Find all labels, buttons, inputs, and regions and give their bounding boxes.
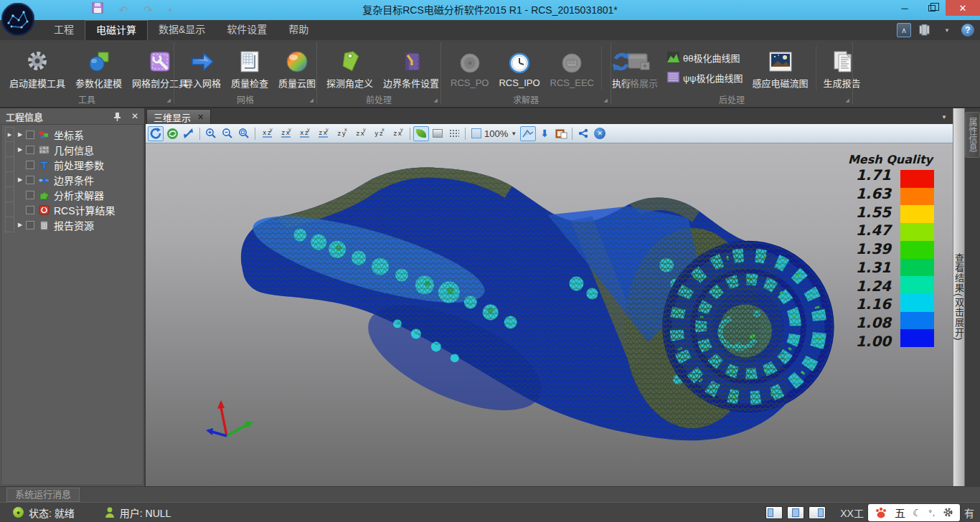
axis-view-top-button[interactable]: xzy xyxy=(333,126,351,141)
zoom-level-dropdown-icon: ▼ xyxy=(511,130,517,137)
button-label: 参数化建模 xyxy=(75,76,122,90)
panel-close-icon[interactable]: ✕ xyxy=(131,111,138,121)
pan-zoom-arrow-button[interactable] xyxy=(181,126,197,141)
parametric-modeling-button[interactable]: 参数化建模 xyxy=(70,47,127,90)
help-button[interactable]: ? xyxy=(961,24,974,37)
tab-list-dropdown[interactable]: ▼ xyxy=(941,114,947,120)
save-image-button[interactable]: ⬇ xyxy=(537,126,552,141)
expand-caret-icon[interactable]: ▶ xyxy=(14,146,26,153)
tree-checkbox[interactable] xyxy=(26,191,34,199)
app-logo[interactable] xyxy=(1,3,34,36)
button-label: 质量云图 xyxy=(278,76,316,90)
solver-rcs-po-button[interactable]: RCS_PO xyxy=(446,48,494,88)
view-results-collapsed-bar[interactable]: 查看结果(双击展开) xyxy=(953,108,965,486)
tree-checkbox[interactable] xyxy=(26,130,34,139)
zoom-level-select[interactable]: 100% ▼ xyxy=(468,128,519,139)
pin-icon[interactable] xyxy=(113,112,121,121)
import-mesh-button[interactable]: 导入网格 xyxy=(179,47,226,90)
psi-psi-curve-button[interactable]: ψψ极化曲线图 xyxy=(667,71,743,85)
copy-view-button[interactable] xyxy=(553,126,569,141)
fit-view-button[interactable] xyxy=(520,126,536,141)
solver-rcs-eec-button[interactable]: RCS_EEC xyxy=(545,48,599,88)
axis-view-right-button[interactable]: yzx xyxy=(314,126,332,141)
layout-split-pane-button[interactable] xyxy=(787,506,804,519)
ime-punctuation-icon[interactable]: °, xyxy=(929,508,936,517)
menu-tab-data-display[interactable]: 数据&显示 xyxy=(148,20,216,40)
tree-checkbox[interactable] xyxy=(26,146,34,154)
expand-caret-icon[interactable]: ▶ xyxy=(14,176,26,183)
window-style-button[interactable] xyxy=(918,23,933,37)
smooth-shading-button[interactable] xyxy=(413,126,429,141)
tree-checkbox[interactable] xyxy=(26,221,34,229)
zoom-window-button[interactable] xyxy=(236,126,252,141)
gray-mesh-icon xyxy=(38,144,50,156)
quality-check-button[interactable]: 质量检查 xyxy=(226,47,273,90)
boundary-condition-settings-button[interactable]: 边界条件设置 xyxy=(378,47,444,90)
tree-item-geometry-info[interactable]: ▶ 几何信息 xyxy=(1,142,143,157)
solver-rcs-ipo-button[interactable]: RCS_IPO xyxy=(494,48,545,88)
menu-tab-help[interactable]: 帮助 xyxy=(278,20,319,40)
expand-caret-icon[interactable]: ▶ xyxy=(14,222,26,228)
project-info-panel: 工程信息 ✕ ▶ ▶ 坐标系 ▶ 几何信息 xyxy=(0,108,146,486)
ime-mode-label[interactable]: 五 xyxy=(895,505,905,520)
tree-item-coordinate-system[interactable]: ▶ ▶ 坐标系 xyxy=(1,127,143,142)
tab-close-icon[interactable]: ✕ xyxy=(197,113,204,122)
flat-shading-button[interactable] xyxy=(430,126,446,141)
restore-button[interactable] xyxy=(918,0,946,16)
3d-viewport[interactable]: Mesh Quality 1.711.63 1.551.47 1.391.31 … xyxy=(146,143,953,486)
orbit-view-button[interactable] xyxy=(164,126,180,141)
group-expand-icon[interactable]: ◢ xyxy=(846,95,849,105)
wireframe-button[interactable] xyxy=(446,126,462,141)
window-style-dropdown[interactable]: ▼ xyxy=(940,23,954,37)
close-all-views-button[interactable]: ✕ xyxy=(592,126,608,141)
blue-T-icon xyxy=(38,159,50,171)
theta-theta-curve-button[interactable]: θθ极化曲线图 xyxy=(667,51,743,65)
zoom-out-button[interactable] xyxy=(220,126,235,141)
tree-item-report-resources[interactable]: ▶ 报告资源 xyxy=(1,217,143,232)
ime-settings-gear-icon[interactable] xyxy=(943,507,953,518)
axis-view-bottom-button[interactable]: yzx xyxy=(352,126,369,141)
share-view-button[interactable] xyxy=(575,126,591,141)
tree-item-boundary-conditions[interactable]: ▶ 边界条件 xyxy=(1,172,143,187)
group-expand-icon[interactable]: ◢ xyxy=(167,95,171,105)
tree-checkbox[interactable] xyxy=(26,206,34,214)
purple-wrench-icon xyxy=(148,47,172,74)
menu-tab-em-computation[interactable]: 电磁计算 xyxy=(85,20,148,40)
quality-contour-button[interactable]: 质量云图 xyxy=(273,47,321,90)
ime-moon-icon[interactable]: ☾ xyxy=(913,507,922,518)
layout-left-pane-button[interactable] xyxy=(765,506,783,519)
mesh-model[interactable] xyxy=(146,143,953,486)
ribbon-group-solver: RCS_PO RCS_IPO RCS_EEC 执行 xyxy=(441,40,611,107)
tree-item-rcs-results[interactable]: RCS计算结果 xyxy=(1,202,143,217)
expand-caret-icon[interactable]: ▶ xyxy=(14,131,26,138)
induced-current-map-button[interactable]: 感应电磁流图 xyxy=(748,47,814,90)
layout-right-pane-button[interactable] xyxy=(809,506,826,519)
close-circle-icon: ✕ xyxy=(594,128,606,139)
minimize-button[interactable]: ─ xyxy=(891,0,918,16)
axis-view-iso1-button[interactable]: xyz xyxy=(370,126,388,141)
menu-tab-engineering[interactable]: 工程 xyxy=(43,20,85,40)
group-expand-icon[interactable]: ◢ xyxy=(310,95,314,105)
table-display-button[interactable]: 表格展示 xyxy=(616,47,663,90)
axis-view-front-button[interactable]: yxz xyxy=(258,126,276,141)
axis-view-back-button[interactable]: yzx xyxy=(277,126,295,141)
group-expand-icon[interactable]: ◢ xyxy=(434,95,438,105)
rotate-view-button[interactable] xyxy=(148,126,164,141)
menu-tab-settings[interactable]: 软件设置 xyxy=(216,20,278,40)
axis-view-left-button[interactable]: yxz xyxy=(296,126,314,141)
zoom-in-button[interactable] xyxy=(203,126,219,141)
system-messages-tab[interactable]: 系统运行消息 xyxy=(6,488,80,502)
ribbon-collapse-button[interactable]: ∧ xyxy=(897,23,911,37)
group-expand-icon[interactable]: ◢ xyxy=(604,95,608,105)
ime-toolbar[interactable]: 五 ☾ °, xyxy=(868,504,960,521)
tab-3d-display[interactable]: 三维显示 ✕ xyxy=(146,109,211,124)
axis-view-iso2-button[interactable]: yzx xyxy=(389,126,407,141)
tree-checkbox[interactable] xyxy=(26,161,34,169)
property-info-tab[interactable]: 属性信息 xyxy=(965,112,980,158)
tree-item-analysis-solver[interactable]: 分析求解器 xyxy=(1,187,143,202)
tree-checkbox[interactable] xyxy=(26,176,34,184)
launch-modeling-tool-button[interactable]: 启动建模工具 xyxy=(4,47,70,90)
probe-angle-define-button[interactable]: 探测角定义 xyxy=(321,47,378,90)
close-button[interactable]: ✕ xyxy=(946,0,980,16)
tree-item-preprocess-params[interactable]: 前处理参数 xyxy=(1,157,143,172)
